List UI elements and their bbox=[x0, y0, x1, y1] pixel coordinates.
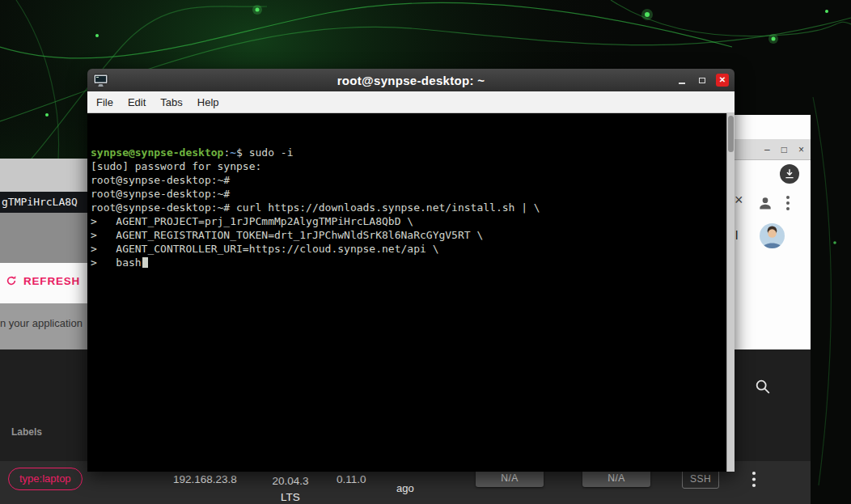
terminal-window: root@synpse-desktop: ~ ✕ FileEditTabsHel… bbox=[87, 69, 735, 472]
device-last-seen: ago bbox=[396, 482, 414, 494]
device-agent-version: 0.11.0 bbox=[337, 473, 366, 485]
device-os: 20.04.3 LTS bbox=[265, 473, 316, 504]
overlay-text: n your application bbox=[0, 317, 83, 329]
terminal-body[interactable]: synpse@synpse-desktop:~$ sudo -i[sudo] p… bbox=[87, 113, 735, 472]
bg-maximize-button[interactable]: □ bbox=[781, 144, 787, 155]
scrollbar-thumb[interactable] bbox=[728, 116, 734, 152]
terminal-line: > bash bbox=[91, 256, 723, 269]
bg-close-button[interactable]: × bbox=[798, 144, 804, 155]
token-code-block: gTMPiHrcLA8Q bbox=[0, 192, 87, 213]
menu-item-file[interactable]: File bbox=[91, 94, 119, 111]
text-fragment: l bbox=[735, 228, 738, 242]
dialog-fragment bbox=[0, 159, 87, 192]
desktop: gTMPiHrcLA8Q REFRESH n your application … bbox=[0, 0, 851, 504]
terminal-line: > AGENT_REGISTRATION_TOKEN=drt_1rJPChwNl… bbox=[91, 228, 723, 242]
terminal-output: synpse@synpse-desktop:~$ sudo -i[sudo] p… bbox=[91, 146, 723, 269]
dialog-body-fragment bbox=[0, 213, 87, 263]
minimize-button[interactable] bbox=[675, 74, 688, 87]
menu-item-tabs[interactable]: Tabs bbox=[155, 94, 188, 111]
bg-minimize-button[interactable]: – bbox=[764, 144, 770, 155]
terminal-line: > AGENT_PROJECT=prj_1rJPCmmMp2AlygTMPiHr… bbox=[91, 214, 723, 228]
refresh-toolbar-fragment: REFRESH bbox=[0, 263, 87, 303]
user-avatar[interactable] bbox=[760, 223, 785, 248]
terminal-window-controls: ✕ bbox=[675, 69, 729, 91]
close-button[interactable]: ✕ bbox=[716, 74, 729, 87]
refresh-icon bbox=[5, 274, 18, 287]
terminal-line: > AGENT_CONTROLLER_URI=https://cloud.syn… bbox=[91, 242, 723, 256]
terminal-menubar: FileEditTabsHelp bbox=[87, 91, 735, 113]
device-ip: 192.168.23.8 bbox=[173, 473, 237, 485]
maximize-button[interactable] bbox=[696, 74, 709, 87]
refresh-button-label: REFRESH bbox=[23, 275, 80, 287]
terminal-cursor bbox=[142, 257, 148, 268]
browser-menu-icon[interactable] bbox=[785, 195, 790, 214]
profile-icon[interactable] bbox=[757, 195, 773, 214]
download-icon[interactable] bbox=[780, 164, 799, 184]
overlay-text-fragment: n your application bbox=[0, 303, 87, 349]
terminal-title: root@synpse-desktop: ~ bbox=[87, 74, 735, 87]
search-icon[interactable] bbox=[754, 378, 772, 399]
menu-item-help[interactable]: Help bbox=[192, 94, 225, 111]
terminal-line: root@synpse-desktop:~# bbox=[91, 173, 723, 187]
terminal-line: root@synpse-desktop:~# bbox=[91, 187, 723, 201]
menu-item-edit[interactable]: Edit bbox=[122, 94, 151, 111]
device-os-lts: LTS bbox=[265, 489, 316, 504]
terminal-line: root@synpse-desktop:~# curl https://down… bbox=[91, 201, 723, 214]
close-icon: ✕ bbox=[719, 76, 726, 84]
browser-titlebar-fragment: – □ × bbox=[735, 139, 811, 160]
device-table-fragment-left: Labels bbox=[0, 349, 87, 461]
row-menu-icon[interactable] bbox=[752, 471, 756, 490]
token-text: gTMPiHrcLA8Q bbox=[2, 196, 78, 208]
ssh-button[interactable]: SSH bbox=[682, 469, 719, 489]
terminal-line: synpse@synpse-desktop:~$ sudo -i bbox=[91, 146, 723, 159]
labels-column-header: Labels bbox=[11, 426, 42, 438]
terminal-line: [sudo] password for synpse: bbox=[91, 159, 723, 173]
terminal-titlebar[interactable]: root@synpse-desktop: ~ ✕ bbox=[87, 69, 735, 91]
device-table-fragment-right bbox=[735, 349, 811, 461]
terminal-scrollbar[interactable] bbox=[726, 113, 735, 472]
terminal-app-icon bbox=[93, 74, 108, 87]
device-os-version: 20.04.3 bbox=[265, 473, 316, 489]
refresh-button[interactable]: REFRESH bbox=[5, 274, 80, 287]
device-label-chip[interactable]: type:laptop bbox=[8, 468, 83, 490]
clear-icon[interactable]: × bbox=[735, 193, 743, 207]
